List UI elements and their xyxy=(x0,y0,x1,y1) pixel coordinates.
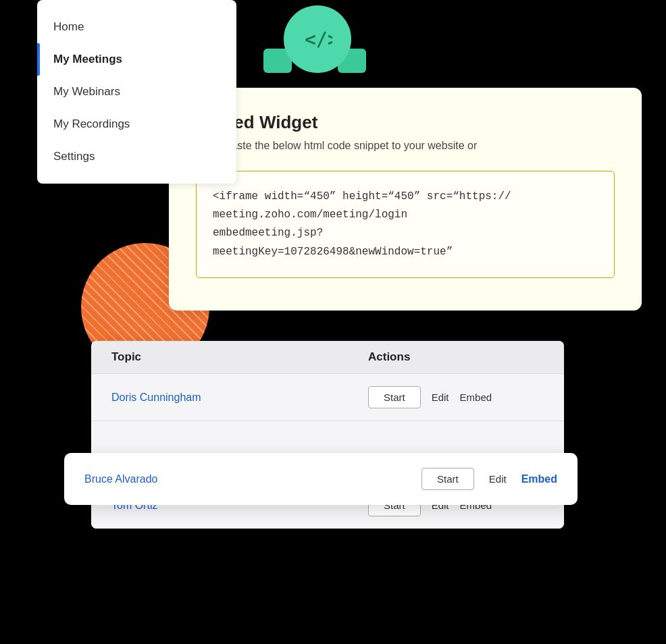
table-header: Topic Actions xyxy=(91,341,564,374)
selected-row-bruce-topic[interactable]: Bruce Alvarado xyxy=(84,473,421,485)
code-icon: </> xyxy=(303,24,332,54)
table-row-doris: Doris Cunningham Start Edit Embed xyxy=(91,374,564,421)
sidebar-item-home-label: Home xyxy=(53,20,84,33)
embed-widget-card: Embed Widget Copy/Paste the below html c… xyxy=(169,88,642,311)
start-button-doris[interactable]: Start xyxy=(368,386,421,408)
table-row-doris-topic[interactable]: Doris Cunningham xyxy=(111,392,368,404)
selected-row-bruce-actions: Start Edit Embed xyxy=(421,468,557,490)
embed-widget-title: Embed Widget xyxy=(196,112,615,133)
embed-widget-subtitle: Copy/Paste the below html code snippet t… xyxy=(196,140,615,152)
sidebar-item-my-recordings[interactable]: My Recordings xyxy=(37,108,236,140)
table-header-actions: Actions xyxy=(368,350,544,364)
sidebar-item-my-meetings[interactable]: My Meetings xyxy=(37,43,236,76)
sidebar-item-my-webinars[interactable]: My Webinars xyxy=(37,76,236,108)
embed-button-bruce[interactable]: Embed xyxy=(521,473,557,485)
edit-button-doris[interactable]: Edit xyxy=(432,392,449,403)
sidebar-item-my-recordings-label: My Recordings xyxy=(53,117,130,130)
svg-text:</>: </> xyxy=(305,28,332,51)
sidebar-item-home[interactable]: Home xyxy=(37,11,236,43)
table-header-topic: Topic xyxy=(111,350,368,364)
sidebar: Home My Meetings My Webinars My Recordin… xyxy=(37,0,236,184)
sidebar-item-my-meetings-label: My Meetings xyxy=(53,53,122,65)
sidebar-item-my-webinars-label: My Webinars xyxy=(53,85,120,98)
code-icon-circle: </> xyxy=(284,5,351,73)
embed-button-doris[interactable]: Embed xyxy=(460,392,492,403)
sidebar-item-settings[interactable]: Settings xyxy=(37,140,236,173)
embed-code-box[interactable]: <iframe width=“450” height=“450” src=“ht… xyxy=(196,171,615,278)
table-row-doris-actions: Start Edit Embed xyxy=(368,386,544,408)
selected-row-bruce: Bruce Alvarado Start Edit Embed xyxy=(64,453,578,505)
start-button-bruce[interactable]: Start xyxy=(421,468,474,490)
edit-button-bruce[interactable]: Edit xyxy=(489,473,507,485)
sidebar-item-settings-label: Settings xyxy=(53,150,95,163)
